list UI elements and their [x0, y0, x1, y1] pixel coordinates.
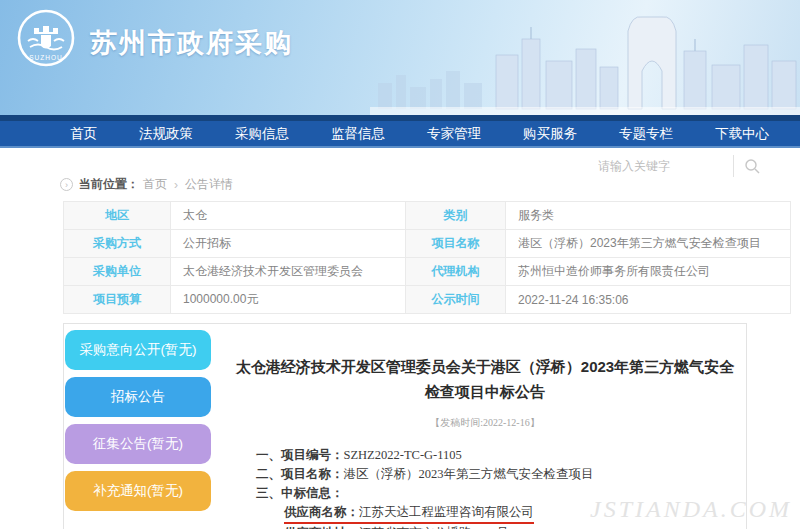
article-line: 二、项目名称：港区（浮桥）2023年第三方燃气安全检查项目 [256, 465, 746, 484]
line-text: 二、项目名称：港区（浮桥）2023年第三方燃气安全检查项目 [256, 467, 594, 481]
highlighted-supplier-line: 供应商名称：江苏天达工程监理咨询有限公司 [284, 503, 534, 524]
publish-time: 【发稿时间:2022-12-16】 [224, 416, 746, 430]
sidebar-item-0[interactable]: 采购意向公开(暂无) [65, 330, 211, 370]
sidebar-item-label: 采购意向公开(暂无) [80, 341, 197, 359]
line-label: 二、项目名称： [256, 467, 344, 481]
breadcrumb: › 当前位置： 首页 › 公告详情 [60, 176, 233, 193]
breadcrumb-current: 公告详情 [185, 176, 233, 193]
search-input[interactable] [598, 159, 723, 173]
sidebar-item-label: 招标公告 [111, 388, 165, 406]
logo-text: SUZHOU [29, 54, 62, 61]
sidebar-item-4[interactable]: 中标公告(有) [65, 518, 211, 529]
table-label-cell: 项目预算 [64, 286, 171, 314]
breadcrumb-home-link[interactable]: 首页 [143, 176, 167, 193]
table-value-cell: 2022-11-24 16:35:06 [506, 286, 791, 314]
sidebar-item-3[interactable]: 补充通知(暂无) [65, 471, 211, 511]
line-label: 一、项目编号： [256, 448, 344, 462]
sidebar-item-1[interactable]: 招标公告 [65, 377, 211, 417]
breadcrumb-separator: › [174, 178, 178, 192]
breadcrumb-label: 当前位置： [79, 176, 139, 193]
table-value-cell: 太仓港经济技术开发区管理委员会 [171, 258, 406, 286]
article-title: 太仓港经济技术开发区管理委员会关于港区（浮桥）2023年第三方燃气安全检查项目中… [233, 354, 738, 404]
breadcrumb-arrow-icon: › [60, 178, 73, 191]
line-value: SZHZ2022-TC-G-1105 [344, 448, 462, 462]
top-navigation: 首页法规政策采购信息监督信息专家管理购买服务专题专栏下载中心 [0, 115, 800, 148]
article: 太仓港经济技术开发区管理委员会关于港区（浮桥）2023年第三方燃气安全检查项目中… [224, 324, 746, 529]
line-text: 一、项目编号：SZHZ2022-TC-G-1105 [256, 448, 462, 462]
announcement-panel: 采购意向公开(暂无)招标公告征集公告(暂无)补充通知(暂无)中标公告(有) 太仓… [63, 323, 747, 529]
table-row: 地区太仓类别服务类 [64, 202, 791, 230]
search-box [598, 154, 760, 178]
suzhou-logo-icon: SUZHOU [16, 8, 76, 68]
search-icon[interactable] [744, 158, 760, 174]
nav-item-1[interactable]: 法规政策 [139, 125, 193, 143]
article-line: 供应商名称：江苏天达工程监理咨询有限公司 [256, 503, 746, 524]
table-label-cell: 采购单位 [64, 258, 171, 286]
site-title: 苏州市政府采购 [90, 25, 293, 61]
table-label-cell: 类别 [406, 202, 506, 230]
city-skyline-illustration [370, 5, 800, 115]
table-label-cell: 采购方式 [64, 230, 171, 258]
table-label-cell: 项目名称 [406, 230, 506, 258]
announcement-type-sidebar: 采购意向公开(暂无)招标公告征集公告(暂无)补充通知(暂无)中标公告(有) [65, 330, 212, 529]
nav-item-6[interactable]: 专题专栏 [619, 125, 673, 143]
search-divider [733, 155, 734, 177]
table-row: 项目预算1000000.00元公示时间2022-11-24 16:35:06 [64, 286, 791, 314]
table-label-cell: 公示时间 [406, 286, 506, 314]
table-value-cell: 苏州恒中造价师事务所有限责任公司 [506, 258, 791, 286]
table-value-cell: 服务类 [506, 202, 791, 230]
nav-item-4[interactable]: 专家管理 [427, 125, 481, 143]
table-row: 采购方式公开招标项目名称港区（浮桥）2023年第三方燃气安全检查项目 [64, 230, 791, 258]
table-value-cell: 1000000.00元 [171, 286, 406, 314]
page: SUZHOU 苏州市政府采购 首页法规政策采购信息监督信息专家管理购买服务专题专… [0, 0, 800, 529]
table-row: 采购单位太仓港经济技术开发区管理委员会代理机构苏州恒中造价师事务所有限责任公司 [64, 258, 791, 286]
article-body: 一、项目编号：SZHZ2022-TC-G-1105二、项目名称：港区（浮桥）20… [224, 446, 746, 529]
site-header: SUZHOU 苏州市政府采购 [0, 0, 800, 115]
table-value-cell: 港区（浮桥）2023年第三方燃气安全检查项目 [506, 230, 791, 258]
nav-item-5[interactable]: 购买服务 [523, 125, 577, 143]
article-line: 一、项目编号：SZHZ2022-TC-G-1105 [256, 446, 746, 465]
table-value-cell: 太仓 [171, 202, 406, 230]
nav-item-0[interactable]: 首页 [70, 125, 97, 143]
article-line: 供应商地址：江苏省南京市龙蟠路 155 号 [256, 524, 746, 529]
nav-item-3[interactable]: 监督信息 [331, 125, 385, 143]
line-value: 港区（浮桥）2023年第三方燃气安全检查项目 [344, 467, 594, 481]
table-value-cell: 公开招标 [171, 230, 406, 258]
project-info-table: 地区太仓类别服务类采购方式公开招标项目名称港区（浮桥）2023年第三方燃气安全检… [63, 201, 791, 314]
nav-item-7[interactable]: 下载中心 [715, 125, 769, 143]
line-value: 江苏天达工程监理咨询有限公司 [359, 505, 534, 519]
sidebar-item-2[interactable]: 征集公告(暂无) [65, 424, 211, 464]
table-label-cell: 地区 [64, 202, 171, 230]
nav-item-2[interactable]: 采购信息 [235, 125, 289, 143]
line-label: 供应商名称： [284, 505, 359, 519]
line-text: 三、中标信息： [256, 486, 344, 500]
line-label: 三、中标信息： [256, 486, 344, 500]
sidebar-item-label: 征集公告(暂无) [93, 435, 183, 453]
sidebar-item-label: 补充通知(暂无) [93, 482, 183, 500]
table-label-cell: 代理机构 [406, 258, 506, 286]
article-line: 三、中标信息： [256, 484, 746, 503]
